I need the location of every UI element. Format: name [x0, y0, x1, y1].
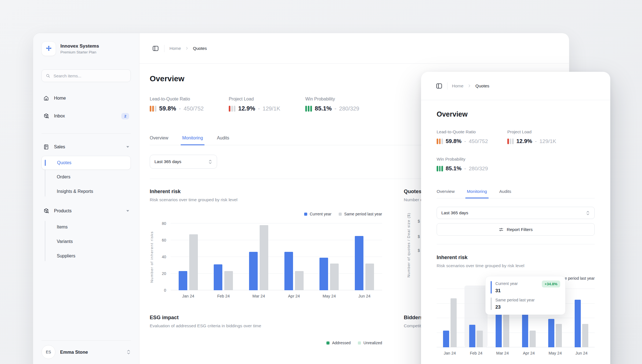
y-axis-tick: $ [418, 234, 420, 239]
chart-legend: AddressedUnrealized [150, 341, 382, 345]
bar-current-year-jan-24[interactable] [443, 331, 449, 347]
bar-same-period-last-year-apr-24[interactable] [295, 271, 304, 290]
tab-overview[interactable]: Overview [150, 136, 168, 145]
kpi-label: Project Load [507, 129, 570, 134]
kpi-mini-bars [229, 106, 235, 112]
x-axis-label: Feb 24 [217, 294, 230, 298]
legend-swatch [326, 341, 329, 345]
legend-swatch [304, 213, 307, 216]
kpi-win-probability: Win Probability 85.1% - 280/329 [305, 97, 359, 112]
kpi-mini-bars [437, 166, 443, 171]
bar-current-year-may-24[interactable] [319, 258, 328, 290]
y-axis: 020406080 [157, 223, 166, 290]
tab-audits[interactable]: Audits [217, 136, 229, 145]
bar-same-period-last-year-mar-24[interactable] [260, 225, 268, 290]
plot-area: Jan 24Feb 24Mar 24Apr 24May 24Jun 24 [171, 223, 382, 298]
tab-monitoring[interactable]: Monitoring [467, 189, 487, 198]
sidebar-item-variants[interactable]: Variants [41, 234, 131, 249]
chart-title: Inherent risk [437, 254, 595, 260]
bar-current-year-jan-24[interactable] [179, 271, 187, 290]
sidebar-item-suppliers[interactable]: Suppliers [41, 249, 131, 263]
chevron-right-icon [467, 84, 471, 88]
kpi-separator: - [535, 138, 537, 144]
period-select[interactable]: Last 365 days [437, 207, 595, 219]
tooltip-series-marker [491, 297, 492, 310]
sidebar-section-sales[interactable]: Sales [41, 140, 131, 154]
kpi-fraction: 280/329 [469, 166, 488, 172]
sidebar-item-orders[interactable]: Orders [41, 170, 131, 184]
kpi-label: Lead-to-Quote Ratio [437, 129, 482, 134]
bar-current-year-jun-24[interactable] [355, 236, 363, 290]
kpi-label: Project Load [229, 97, 280, 102]
kpi-separator: - [464, 166, 466, 172]
user-menu[interactable]: ES Emma Stone [41, 340, 131, 359]
tab-monitoring[interactable]: Monitoring [182, 136, 203, 145]
bar-same-period-last-year-jun-24[interactable] [582, 324, 588, 347]
sidebar-item-items[interactable]: Items [41, 220, 131, 234]
sliders-icon [499, 227, 504, 232]
kpi-mini-bars [507, 139, 514, 144]
sidebar-search[interactable] [41, 69, 131, 82]
tooltip-value: 31 [495, 288, 518, 294]
legend-swatch [358, 341, 361, 345]
breadcrumb-home[interactable]: Home [169, 46, 181, 51]
sidebar: Innovex Systems Premium Starter Plan Hom… [33, 33, 139, 364]
bar-same-period-last-year-may-24[interactable] [330, 264, 339, 290]
search-input[interactable] [53, 73, 127, 78]
kpi-value: 85.1% [315, 105, 332, 112]
sidebar-section-products[interactable]: Products [41, 204, 131, 218]
bar-same-period-last-year-jun-24[interactable] [365, 264, 374, 290]
tooltip-value: 23 [495, 304, 535, 310]
kpi-mini-bars [305, 106, 312, 112]
bar-same-period-last-year-may-24[interactable] [556, 324, 562, 347]
chevron-down-icon [126, 146, 129, 148]
kpi-mini-bar-gray [155, 106, 156, 112]
breadcrumb-home[interactable]: Home [452, 83, 463, 88]
sidebar-item-label: Orders [57, 174, 70, 179]
sidebar-item-label: Quotes [57, 160, 72, 165]
sidebar-toggle-icon[interactable] [436, 82, 443, 90]
bar-current-year-mar-24[interactable] [496, 314, 502, 347]
breadcrumb-quotes[interactable]: Quotes [193, 46, 207, 51]
kpi-separator: - [464, 138, 466, 144]
report-filters-button[interactable]: Report Filters [437, 223, 595, 236]
bar-current-year-apr-24[interactable] [284, 252, 293, 290]
bar-same-period-last-year-feb-24[interactable] [224, 271, 233, 290]
sidebar-item-quotes[interactable]: Quotes [41, 156, 131, 170]
breadcrumb-quotes[interactable]: Quotes [475, 83, 489, 88]
sidebar-toggle-icon[interactable] [152, 45, 159, 52]
tab-audits[interactable]: Audits [499, 189, 511, 198]
bar-same-period-last-year-feb-24[interactable] [477, 331, 483, 347]
kpi-label: Win Probability [437, 157, 482, 162]
sidebar-item-home[interactable]: Home [41, 92, 131, 105]
kpi-win-probability: Win Probability 85.1% - 280/329 [437, 157, 482, 172]
bar-current-year-feb-24[interactable] [469, 325, 475, 347]
tab-overview[interactable]: Overview [437, 189, 455, 198]
bar-same-period-last-year-jan-24[interactable] [189, 234, 198, 290]
topbar-divider [164, 45, 164, 52]
x-axis-label: Apr 24 [523, 351, 535, 355]
org-header[interactable]: Innovex Systems Premium Starter Plan [41, 41, 131, 56]
tooltip-label: Current year [495, 281, 518, 286]
period-select[interactable]: Last 365 days [150, 155, 217, 169]
bar-current-year-apr-24[interactable] [522, 314, 528, 347]
bar-current-year-may-24[interactable] [548, 319, 554, 347]
bar-current-year-mar-24[interactable] [249, 252, 258, 290]
y-axis-tick: $ [418, 219, 420, 223]
sidebar-item-inbox[interactable]: Inbox 2 [41, 109, 131, 123]
sidebar-item-insights-reports[interactable]: Insights & Reports [41, 184, 131, 199]
bar-current-year-feb-24[interactable] [214, 264, 222, 290]
kpi-mini-bars [437, 139, 443, 144]
bar-current-year-jun-24[interactable] [575, 300, 581, 347]
y-axis-title: Number of inherent risks [150, 223, 154, 290]
bar-same-period-last-year-apr-24[interactable] [530, 331, 536, 347]
kpi-fraction: 450/752 [469, 138, 488, 144]
chevron-down-icon [126, 210, 129, 212]
sidebar-divider [41, 133, 131, 134]
popup-content: Overview Lead-to-Quote Ratio 59.8% - 450… [421, 110, 610, 355]
chart-title: ESG impact [150, 314, 382, 321]
inbox-unread-badge: 2 [121, 113, 129, 119]
x-axis-label: May 24 [548, 351, 562, 355]
bolt-logo-icon [45, 45, 53, 53]
bar-same-period-last-year-jan-24[interactable] [451, 298, 457, 347]
